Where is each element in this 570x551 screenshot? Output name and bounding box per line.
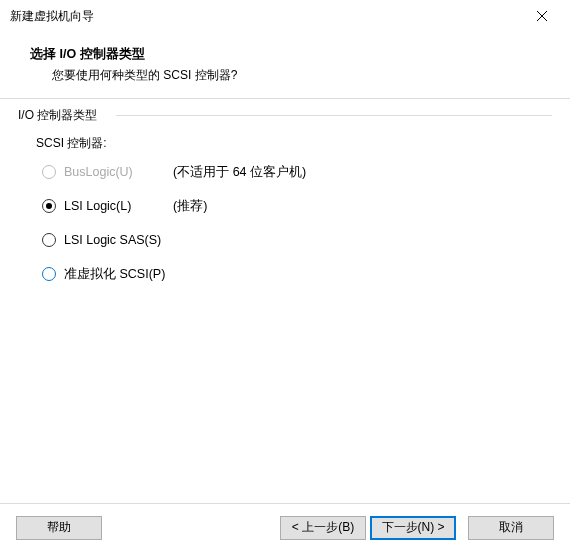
radio-label: LSI Logic(L) bbox=[64, 199, 169, 213]
window-title: 新建虚拟机向导 bbox=[10, 8, 522, 25]
radio-note: (推荐) bbox=[173, 198, 207, 215]
radio-label: BusLogic(U) bbox=[64, 165, 169, 179]
radio-buslogic: BusLogic(U) (不适用于 64 位客户机) bbox=[42, 162, 538, 182]
radio-icon bbox=[42, 233, 56, 247]
radio-icon bbox=[42, 199, 56, 213]
io-controller-group: I/O 控制器类型 SCSI 控制器: BusLogic(U) (不适用于 64… bbox=[18, 115, 552, 312]
content-area: I/O 控制器类型 SCSI 控制器: BusLogic(U) (不适用于 64… bbox=[0, 99, 570, 489]
close-icon bbox=[537, 11, 547, 21]
wizard-footer: 帮助 < 上一步(B) 下一步(N) > 取消 bbox=[0, 503, 570, 551]
group-divider bbox=[116, 115, 552, 116]
radio-pvscsi[interactable]: 准虚拟化 SCSI(P) bbox=[42, 264, 538, 284]
radio-icon bbox=[42, 267, 56, 281]
wizard-header: 选择 I/O 控制器类型 您要使用何种类型的 SCSI 控制器? bbox=[0, 32, 570, 99]
page-subtitle: 您要使用何种类型的 SCSI 控制器? bbox=[30, 67, 546, 84]
close-button[interactable] bbox=[522, 2, 562, 30]
help-button[interactable]: 帮助 bbox=[16, 516, 102, 540]
page-title: 选择 I/O 控制器类型 bbox=[30, 46, 546, 63]
radio-label: LSI Logic SAS(S) bbox=[64, 233, 169, 247]
radio-label: 准虚拟化 SCSI(P) bbox=[64, 266, 169, 283]
titlebar: 新建虚拟机向导 bbox=[0, 0, 570, 32]
radio-lsisas[interactable]: LSI Logic SAS(S) bbox=[42, 230, 538, 250]
cancel-button[interactable]: 取消 bbox=[468, 516, 554, 540]
next-button[interactable]: 下一步(N) > bbox=[370, 516, 456, 540]
radio-lsilogic[interactable]: LSI Logic(L) (推荐) bbox=[42, 196, 538, 216]
radio-note: (不适用于 64 位客户机) bbox=[173, 164, 306, 181]
scsi-label: SCSI 控制器: bbox=[36, 135, 538, 152]
back-button[interactable]: < 上一步(B) bbox=[280, 516, 366, 540]
radio-icon bbox=[42, 165, 56, 179]
group-legend: I/O 控制器类型 bbox=[18, 107, 101, 124]
